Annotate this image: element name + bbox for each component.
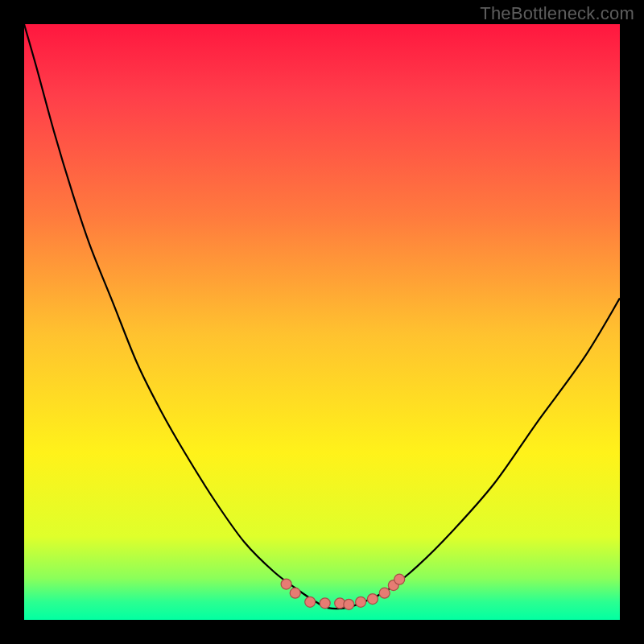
highlight-marker: [356, 597, 366, 607]
highlight-marker: [281, 579, 291, 589]
bottleneck-chart: [24, 24, 620, 620]
highlight-marker: [320, 598, 330, 609]
plot-area: [24, 24, 620, 620]
highlight-marker: [305, 597, 316, 607]
outer-frame: TheBottleneck.com: [0, 0, 644, 644]
gradient-background: [24, 24, 620, 620]
highlight-marker: [379, 588, 390, 598]
highlight-marker: [394, 574, 405, 584]
watermark-text: TheBottleneck.com: [480, 3, 634, 24]
highlight-marker: [367, 594, 378, 605]
highlight-marker: [344, 599, 354, 609]
highlight-marker: [290, 588, 300, 598]
